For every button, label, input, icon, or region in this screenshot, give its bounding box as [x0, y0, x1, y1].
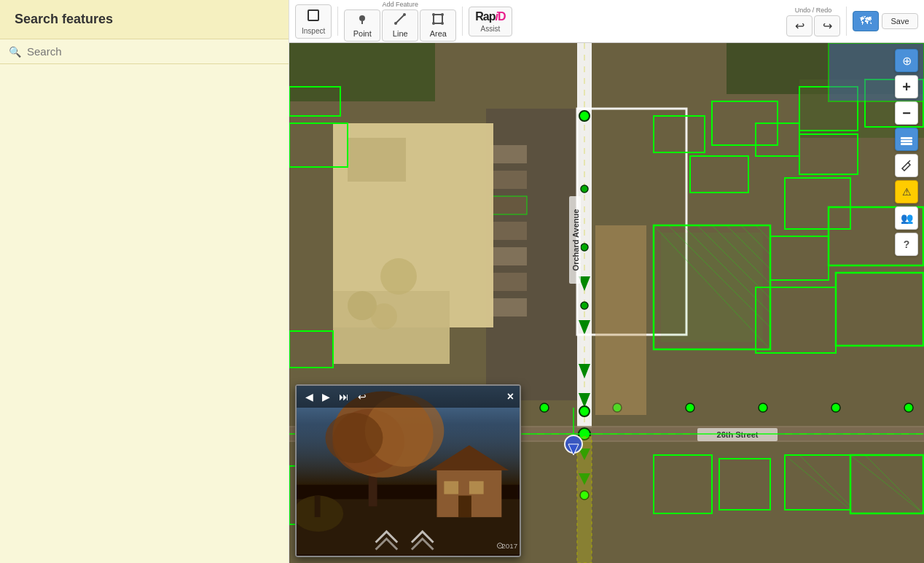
- point-icon: [356, 13, 368, 28]
- zoom-out-icon: −: [902, 105, 911, 122]
- sv-play-button[interactable]: ▶: [319, 389, 333, 404]
- svg-rect-6: [434, 15, 442, 23]
- sv-next-button[interactable]: ⏭: [336, 389, 352, 404]
- sidebar: Search features 🔍: [0, 0, 289, 563]
- svg-point-31: [579, 111, 590, 121]
- undo-redo-buttons: ↩ ↪: [786, 15, 840, 36]
- svg-point-10: [441, 22, 444, 25]
- sidebar-title: Search features: [0, 0, 289, 39]
- warning-icon: ⚠: [902, 186, 912, 198]
- map-controls: ⊕ + − ⚠ 👥 ?: [895, 49, 918, 256]
- streetview-header: ◀ ▶ ⏭ ↩ ×: [297, 386, 520, 408]
- line-label: Line: [393, 29, 408, 38]
- sv-close-button[interactable]: ×: [507, 390, 514, 403]
- svg-point-9: [432, 22, 435, 25]
- warning-button[interactable]: ⚠: [895, 180, 918, 203]
- svg-rect-25: [348, 138, 406, 182]
- inspect-icon: [306, 8, 321, 26]
- save-button[interactable]: Save: [882, 13, 918, 29]
- svg-point-79: [904, 403, 913, 412]
- svg-point-32: [581, 185, 588, 193]
- svg-point-74: [540, 403, 549, 412]
- toolbar: Inspect Add Feature Point Line: [289, 0, 924, 43]
- svg-point-5: [403, 13, 406, 16]
- svg-rect-115: [444, 481, 458, 494]
- svg-rect-101: [901, 137, 912, 139]
- area-label: Area: [430, 29, 447, 38]
- search-input[interactable]: [27, 45, 280, 58]
- svg-rect-17: [490, 171, 527, 189]
- sidebar-content: [0, 64, 289, 563]
- svg-rect-16: [490, 145, 527, 163]
- add-feature-label: Add Feature: [382, 1, 418, 8]
- sv-prev-button[interactable]: ◀: [302, 389, 316, 404]
- svg-point-112: [325, 413, 383, 463]
- add-feature-buttons: Point Line Area: [344, 9, 456, 42]
- svg-text:Orchard Avenue: Orchard Avenue: [571, 209, 580, 271]
- zoom-in-button[interactable]: +: [895, 75, 918, 98]
- zoom-in-icon: +: [902, 79, 911, 96]
- svg-point-33: [581, 244, 588, 251]
- streetview-popup: ◀ ▶ ⏭ ↩ ×: [295, 384, 521, 557]
- assist-label: Assist: [481, 25, 501, 33]
- rapid-assist-button[interactable]: RapiD Assist: [469, 7, 512, 36]
- edit-map-button[interactable]: [895, 154, 918, 177]
- redo-icon: ↪: [823, 19, 832, 33]
- help-icon: ?: [904, 238, 910, 250]
- redo-button[interactable]: ↪: [814, 15, 840, 36]
- search-bar: 🔍: [0, 39, 289, 64]
- svg-point-34: [581, 302, 588, 309]
- help-button[interactable]: ?: [895, 233, 918, 256]
- svg-text:2017: 2017: [501, 542, 517, 550]
- undo-icon: ↩: [795, 19, 804, 33]
- svg-point-78: [831, 403, 840, 412]
- svg-point-77: [759, 403, 767, 412]
- svg-rect-100: [595, 225, 646, 415]
- layers-map-icon: [900, 133, 913, 146]
- divider-2: [462, 7, 463, 36]
- svg-point-76: [686, 403, 694, 412]
- point-label: Point: [353, 29, 372, 38]
- users-icon: 👥: [901, 212, 913, 224]
- edit-icon: [901, 160, 912, 171]
- users-button[interactable]: 👥: [895, 206, 918, 230]
- svg-point-26: [380, 258, 417, 295]
- svg-rect-12: [289, 43, 435, 101]
- divider-3: [846, 7, 847, 36]
- compass-button[interactable]: ⊕: [895, 49, 918, 72]
- inspect-label: Inspect: [302, 27, 325, 35]
- search-icon: 🔍: [9, 46, 21, 58]
- layers-map-button[interactable]: [895, 128, 918, 151]
- svg-rect-95: [577, 437, 592, 563]
- svg-rect-117: [458, 496, 471, 518]
- undo-redo-label: Undo / Redo: [795, 7, 832, 14]
- svg-point-4: [394, 22, 397, 25]
- streetview-nav: ◀ ▶ ⏭ ↩: [302, 389, 369, 404]
- svg-line-104: [908, 160, 910, 163]
- svg-point-28: [371, 303, 397, 330]
- map-area[interactable]: 26th Street Orchard Avenue: [289, 43, 924, 563]
- divider-1: [337, 7, 338, 36]
- area-icon: [432, 13, 444, 28]
- save-label: Save: [890, 17, 909, 26]
- svg-line-3: [396, 15, 404, 23]
- svg-point-7: [432, 13, 435, 16]
- line-button[interactable]: Line: [382, 9, 418, 42]
- inspect-button[interactable]: Inspect: [295, 4, 332, 39]
- svg-rect-22: [490, 298, 527, 317]
- point-button[interactable]: Point: [344, 9, 380, 42]
- svg-rect-18: [490, 196, 527, 214]
- zoom-out-button[interactable]: −: [895, 101, 918, 125]
- streetview-svg: ⊙ 2017: [297, 386, 520, 556]
- svg-rect-103: [901, 143, 912, 145]
- undo-button[interactable]: ↩: [786, 15, 813, 36]
- area-button[interactable]: Area: [420, 9, 456, 42]
- svg-rect-119: [315, 496, 321, 518]
- streetview-image: ⊙ 2017 2017: [297, 386, 520, 556]
- sv-back-button[interactable]: ↩: [355, 389, 369, 404]
- line-icon: [394, 13, 406, 28]
- layers-button[interactable]: 🗺: [853, 11, 879, 31]
- svg-point-39: [579, 406, 590, 416]
- svg-rect-102: [901, 140, 912, 142]
- layers-icon: 🗺: [860, 15, 872, 28]
